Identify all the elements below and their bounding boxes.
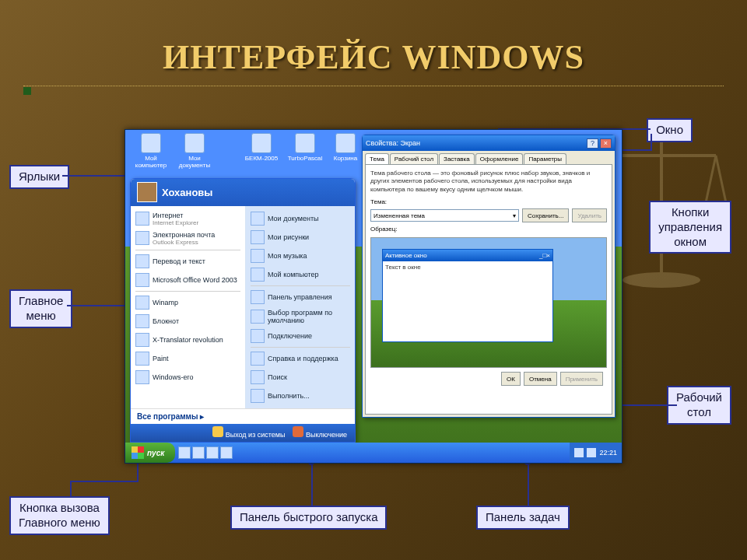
callout-shortcuts: Ярлыки [9, 165, 69, 189]
svg-point-2 [622, 272, 700, 288]
folder-icon [251, 352, 265, 366]
desktop-icon[interactable]: TurboPascal [286, 133, 324, 162]
tab-3[interactable]: Оформление [475, 153, 524, 164]
app-icon [135, 231, 149, 245]
app-icon [135, 352, 149, 366]
user-avatar [137, 182, 157, 202]
callout-startbutton: Кнопка вызова Главного меню [9, 496, 110, 535]
app-icon [135, 273, 149, 287]
tray-icon[interactable] [587, 448, 596, 457]
preview-window: Активное окно _□× Текст в окне [382, 249, 553, 342]
shutdown-button[interactable]: Выключение [293, 426, 347, 439]
quick-launch [178, 446, 233, 459]
start-menu-left: ИнтернетInternet ExplorerЭлектронная поч… [131, 206, 246, 408]
start-menu-item[interactable]: Подключение [247, 327, 353, 345]
desktop-icon[interactable]: Корзина [326, 133, 365, 162]
start-menu-item[interactable]: Мои рисунки [247, 228, 353, 247]
leader-line [622, 404, 677, 406]
delete-theme-button[interactable]: Удалить [572, 208, 607, 222]
app-icon [135, 212, 149, 226]
folder-icon [251, 290, 265, 304]
desktop-icon[interactable]: Мои документы [175, 133, 214, 169]
close-button[interactable]: × [600, 138, 612, 149]
quicklaunch-item[interactable] [192, 446, 205, 459]
display-properties-window: Свойства: Экран ?× ТемаРабочий столЗаста… [362, 135, 615, 418]
tab-2[interactable]: Заставка [439, 153, 475, 164]
desktop-icon[interactable]: Мой компьютер [132, 133, 170, 169]
start-menu-item[interactable]: Блокнот [132, 312, 244, 331]
quicklaunch-item[interactable] [206, 446, 219, 459]
start-menu-item[interactable]: Выбор программ по умолчанию [247, 306, 353, 327]
start-menu-item[interactable]: X-Translator revolution [132, 331, 244, 349]
callout-taskbar: Панель задач [476, 506, 570, 530]
leader-line [67, 305, 132, 306]
cancel-button[interactable]: Отмена [524, 372, 557, 386]
start-menu-footer: Выход из системы Выключение [131, 424, 355, 442]
folder-icon [251, 370, 265, 384]
start-menu-item[interactable]: Поиск [247, 368, 353, 387]
ok-button[interactable]: ОК [501, 372, 521, 386]
callout-window: Окно [647, 118, 693, 142]
theme-preview: Активное окно _□× Текст в окне [370, 237, 607, 368]
logoff-button[interactable]: Выход из системы [212, 426, 285, 439]
app-icon [295, 133, 315, 153]
tab-1[interactable]: Рабочий стол [390, 153, 438, 164]
app-icon [135, 296, 149, 310]
start-menu-item[interactable]: Winamp [132, 293, 244, 312]
app-icon [135, 314, 149, 328]
start-menu-item[interactable]: Мой компьютер [247, 265, 353, 284]
start-menu-item[interactable]: Моя музыка [247, 247, 353, 265]
leader-line [62, 175, 131, 177]
theme-select[interactable]: Измененная тема▾ [370, 209, 519, 222]
callout-mainmenu: Главное меню [9, 289, 72, 328]
window-titlebar[interactable]: Свойства: Экран ?× [363, 135, 615, 151]
quicklaunch-item[interactable] [220, 446, 233, 459]
preview-window-text: Текст в окне [383, 261, 552, 273]
window-control-buttons: ?× [585, 138, 612, 149]
system-tray: 22:21 [570, 443, 622, 463]
windows-logo-icon [132, 446, 144, 459]
start-menu-item[interactable]: Windows-его [132, 368, 244, 387]
close-icon: × [546, 252, 550, 259]
preview-window-title: Активное окно [385, 252, 427, 259]
theme-description: Тема рабочего стола — это фоновый рисуно… [370, 170, 607, 194]
tab-0[interactable]: Тема [365, 153, 389, 164]
start-menu-header: Хохановы [131, 179, 355, 206]
leader-line [528, 465, 529, 506]
app-icon [135, 333, 149, 347]
preview-label: Образец: [370, 226, 607, 233]
folder-icon [251, 310, 265, 324]
user-name: Хохановы [162, 187, 212, 198]
start-menu-item[interactable]: Электронная почтаOutlook Express [132, 229, 244, 248]
start-menu-item[interactable]: Панель управления [247, 288, 353, 306]
save-theme-button[interactable]: Сохранить... [522, 208, 569, 222]
start-button[interactable]: пуск [125, 443, 175, 463]
taskbar: пуск 22:21 [125, 443, 622, 463]
screenshot-region: Мой компьютер Мои документы БЕКМ-2005 Tu… [124, 129, 622, 464]
leader-line [311, 465, 313, 506]
apply-button[interactable]: Применить [560, 372, 603, 386]
start-menu-right: Мои документыМои рисункиМоя музыкаМой ко… [246, 206, 355, 408]
folder-icon [251, 268, 265, 282]
start-menu-item[interactable]: Выполнить... [247, 387, 353, 405]
folder-icon [251, 329, 265, 343]
start-menu-item[interactable]: Paint [132, 349, 244, 368]
start-menu-item[interactable]: Мои документы [247, 209, 353, 228]
window-title: Свойства: Экран [366, 139, 420, 147]
tab-strip: ТемаРабочий столЗаставкаОформлениеПараме… [363, 151, 615, 164]
start-menu-item[interactable]: Microsoft Office Word 2003 [132, 271, 244, 289]
all-programs[interactable]: Все программы ▸ [131, 408, 355, 424]
folder-icon [251, 230, 265, 244]
start-menu-item[interactable]: Перевод и текст [132, 252, 244, 271]
help-button[interactable]: ? [587, 138, 598, 149]
slide-title: ИНТЕРФЕЙС WINDOWS [0, 37, 747, 77]
start-menu-item[interactable]: Справка и поддержка [247, 349, 353, 368]
start-menu-item[interactable]: ИнтернетInternet Explorer [132, 209, 244, 229]
folder-icon [251, 389, 265, 403]
desktop-icon[interactable]: БЕКМ-2005 [242, 133, 281, 162]
tray-icon[interactable] [574, 448, 584, 457]
computer-icon [141, 133, 161, 153]
tab-4[interactable]: Параметры [524, 153, 566, 164]
quicklaunch-item[interactable] [178, 446, 191, 459]
folder-icon [184, 133, 205, 153]
